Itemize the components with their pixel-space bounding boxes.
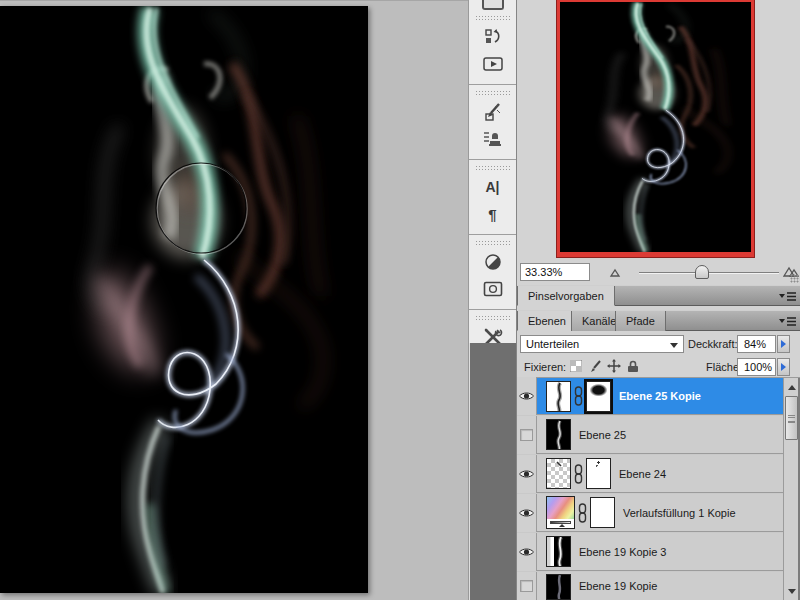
document-canvas[interactable] — [0, 6, 368, 593]
photoshop-window: A| ¶ — [0, 0, 800, 600]
panel-menu-icon[interactable] — [779, 315, 796, 328]
lock-all-icon[interactable] — [626, 359, 640, 373]
chevron-down-icon — [670, 343, 678, 348]
navigator-toolbar — [517, 259, 800, 285]
lock-transparency-icon[interactable] — [569, 359, 583, 373]
dock-drag-handle[interactable] — [475, 15, 511, 20]
layer-row[interactable]: Ebene 24 — [517, 455, 783, 493]
navigator-proxy-frame[interactable] — [556, 0, 755, 258]
visibility-empty-checkbox — [520, 429, 533, 441]
gradient-fill-thumbnail[interactable] — [546, 496, 575, 529]
actions-icon[interactable] — [476, 51, 510, 77]
tab-paths[interactable]: Pfade — [615, 311, 666, 331]
panel-icon-dock: A| ¶ — [468, 0, 517, 600]
visibility-empty-checkbox — [520, 580, 533, 592]
layer-mask-thumbnail[interactable] — [586, 458, 611, 489]
layer-visibility-toggle[interactable] — [517, 494, 537, 532]
layer-row[interactable]: Verlaufsfüllung 1 Kopie — [517, 494, 783, 532]
blend-mode-select[interactable]: Unterteilen — [520, 335, 684, 353]
layer-name[interactable]: Ebene 19 Kopie 3 — [579, 546, 666, 558]
panel-menu-icon[interactable] — [779, 290, 796, 303]
zoom-out-icon[interactable] — [609, 268, 623, 277]
navigator-zoom-slider[interactable] — [639, 272, 779, 274]
layer-name[interactable]: Ebene 24 — [619, 468, 666, 480]
history-icon[interactable] — [476, 24, 510, 50]
eye-icon — [519, 391, 534, 401]
layer-name[interactable]: Verlaufsfüllung 1 Kopie — [623, 507, 736, 519]
opacity-label: Deckkraft: — [688, 338, 738, 350]
layer-thumbnail[interactable] — [546, 419, 571, 450]
layer-row[interactable]: Ebene 19 Kopie — [517, 572, 783, 600]
empty-dock-well — [469, 343, 516, 600]
link-icon — [574, 464, 583, 484]
scroll-up-button[interactable] — [785, 380, 798, 394]
fill-spinner-button[interactable] — [777, 358, 790, 376]
masks-icon[interactable] — [476, 276, 510, 302]
layer-visibility-toggle[interactable] — [517, 416, 537, 454]
layer-thumbnail[interactable] — [546, 536, 571, 567]
layer-thumbnail[interactable] — [546, 458, 571, 489]
smoke-artwork — [0, 6, 368, 593]
panel-resize-grip[interactable] — [790, 274, 799, 283]
layer-visibility-toggle[interactable] — [517, 377, 537, 415]
scroll-down-button[interactable] — [785, 584, 798, 598]
layer-visibility-toggle[interactable] — [517, 533, 537, 571]
dock-drag-handle[interactable] — [475, 315, 511, 320]
tab-brush-presets[interactable]: Pinselvorgaben — [517, 286, 615, 306]
tool-presets-icon[interactable] — [476, 99, 510, 125]
fill-input[interactable]: 100% — [737, 358, 776, 376]
paragraph-icon[interactable]: ¶ — [476, 201, 510, 227]
opacity-input[interactable]: 84% — [737, 335, 776, 353]
brush-presets-tabbar: Pinselvorgaben — [517, 285, 800, 306]
layer-visibility-toggle[interactable] — [517, 455, 537, 493]
layer-name[interactable]: Ebene 25 Kopie — [619, 390, 701, 402]
eye-icon — [519, 547, 534, 557]
layer-name[interactable]: Ebene 19 Kopie — [579, 580, 657, 592]
link-icon — [578, 503, 587, 523]
layer-row[interactable]: Ebene 19 Kopie 3 — [517, 533, 783, 571]
tab-layers[interactable]: Ebenen — [517, 311, 577, 331]
layer-thumbnail[interactable] — [546, 381, 571, 412]
dock-drag-handle[interactable] — [475, 90, 511, 95]
lock-buttons — [569, 359, 640, 373]
opacity-spinner-button[interactable] — [777, 335, 790, 353]
layers-controls: Unterteilen Deckkraft: 84% Fixieren: — [517, 331, 800, 378]
clone-source-icon[interactable] — [476, 126, 510, 152]
zoom-slider-thumb[interactable] — [695, 265, 709, 279]
adjustments-icon[interactable] — [476, 249, 510, 275]
navigator-zoom-input[interactable] — [520, 263, 590, 281]
navigator-thumbnail[interactable] — [560, 2, 751, 252]
dock-drag-handle[interactable] — [475, 240, 511, 245]
link-icon — [574, 386, 583, 406]
layer-visibility-toggle[interactable] — [517, 572, 537, 600]
layer-thumbnail[interactable] — [546, 574, 571, 600]
clipped-panel-icon[interactable] — [482, 0, 504, 10]
layers-scrollbar[interactable] — [783, 378, 800, 600]
layer-mask-thumbnail[interactable] — [586, 381, 611, 412]
blend-mode-value: Unterteilen — [526, 338, 579, 350]
lock-pixels-icon[interactable] — [588, 359, 602, 373]
eye-icon — [519, 469, 534, 479]
layer-mask-thumbnail[interactable] — [590, 497, 615, 528]
scrollbar-thumb[interactable] — [785, 396, 798, 440]
layer-name[interactable]: Ebene 25 — [579, 429, 626, 441]
layers-tabbar: Ebenen Kanäle Pfade — [517, 310, 800, 331]
layer-row[interactable]: Ebene 25 — [517, 416, 783, 454]
eye-icon — [519, 508, 534, 518]
lock-label: Fixieren: — [524, 361, 566, 373]
canvas-pasteboard[interactable] — [0, 0, 468, 600]
dock-drag-handle[interactable] — [475, 165, 511, 170]
layer-list: Ebene 25 Kopie Ebene 25 Ebene 24 — [517, 378, 800, 600]
lock-position-icon[interactable] — [607, 359, 621, 373]
navigator-panel — [517, 0, 800, 285]
panel-column: Pinselvorgaben Ebenen Kanäle Pfade Unter… — [517, 0, 800, 600]
layer-row[interactable]: Ebene 25 Kopie — [517, 378, 783, 415]
character-icon[interactable]: A| — [476, 174, 510, 200]
